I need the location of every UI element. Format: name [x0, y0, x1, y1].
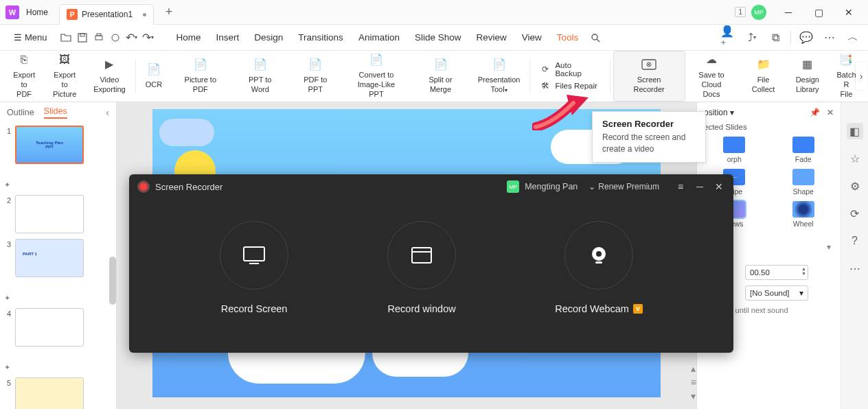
thumb-number: 1 [4, 126, 11, 135]
renew-premium-button[interactable]: Renew Premium [589, 182, 659, 191]
save-icon[interactable] [76, 32, 89, 44]
preview-icon[interactable] [109, 32, 122, 44]
ribbon-imagelikeppt[interactable]: 📄Convert to Image-Like PPT [343, 51, 411, 102]
sidebar-sliders-icon[interactable]: ⚙ [847, 178, 863, 194]
record-webcam-option[interactable]: Record WebcamV [555, 221, 643, 314]
next-slide-icon[interactable]: ▾ [691, 390, 696, 401]
slide-thumb-4[interactable] [15, 308, 84, 347]
pin-icon[interactable]: 📌 [810, 108, 820, 117]
titlebar: W Home P Presentation1 + 1 MP ─ ▢ ✕ [0, 0, 868, 25]
screen-recorder-dialog: Screen Recorder MP Mengting Pan Renew Pr… [129, 174, 733, 353]
nav-slideshow[interactable]: Slide Show [413, 32, 463, 43]
record-screen-option[interactable]: Record Screen [220, 221, 288, 314]
sidebar-star-icon[interactable]: ☆ [847, 150, 863, 167]
print-icon[interactable] [93, 32, 105, 44]
ribbon-export-pdf[interactable]: ⎘Export to PDF [5, 51, 43, 102]
slide-thumb-2[interactable] [15, 195, 84, 233]
recorder-logo-icon [137, 180, 150, 193]
minimize-button[interactable]: ─ [775, 2, 802, 23]
ribbon-export-picture[interactable]: 🖼Export to Picture [43, 51, 87, 102]
scrollbar-thumb[interactable] [109, 257, 116, 305]
transition-shape[interactable]: Shape [773, 169, 834, 196]
transition-morph[interactable]: orph [704, 137, 765, 163]
search-icon[interactable] [589, 32, 602, 44]
chat-icon[interactable]: 💬 [798, 30, 814, 46]
nav-home[interactable]: Home [175, 32, 203, 43]
ribbon-video-export[interactable]: ▶Video Exporting [87, 51, 132, 102]
nav-review[interactable]: Review [475, 32, 507, 43]
sidebar-history-icon[interactable]: ⟳ [847, 205, 863, 222]
imglike-icon: 📄 [368, 54, 385, 67]
svg-rect-11 [412, 248, 431, 263]
nav-view[interactable]: View [521, 32, 543, 43]
tab-slides[interactable]: Slides [44, 106, 67, 119]
tab-home[interactable]: Home [23, 0, 59, 24]
window-arrange-icon[interactable]: ⧉ [767, 30, 784, 46]
ribbon-cloud-docs[interactable]: ☁Save to Cloud Docs [685, 51, 738, 102]
sidebar-help-icon[interactable]: ? [847, 233, 863, 249]
ribbon-screen-recorder[interactable]: Screen Recorder [613, 51, 685, 102]
transition-wheel[interactable]: Wheel [773, 201, 834, 228]
export-picture-icon: 🖼 [56, 54, 73, 67]
nav-design[interactable]: Design [253, 32, 284, 43]
sidebar-more-icon[interactable]: ⋯ [847, 260, 863, 277]
chevron-down-icon: ▾ [799, 288, 803, 298]
hamburger-icon: ☰ [14, 32, 22, 43]
undo-icon[interactable]: ↶▾ [126, 32, 138, 44]
nav-tools[interactable]: Tools [556, 32, 580, 43]
canvas-nav: ▴ ≡ ▾ [691, 363, 696, 401]
recorder-menu-icon[interactable]: ≡ [674, 181, 687, 192]
speed-input[interactable]: 00.50▲▼ [745, 265, 808, 280]
slide-thumbnails: 1 ✦ 2 3PART 1 ✦ 4 ✦ 5 ✦ 6PART 2 [0, 123, 116, 409]
user-avatar[interactable]: MP [751, 5, 766, 20]
close-pane-icon[interactable]: ✕ [827, 108, 834, 117]
pane-mode-partial[interactable]: osition ▾ [704, 108, 734, 117]
animation-star-icon: ✦ [4, 348, 11, 372]
doc-title: Presentation1 [82, 10, 133, 19]
recorder-minimize-button[interactable]: ─ [694, 181, 706, 192]
ribbon-splitmerge[interactable]: 📄Split or Merge [410, 51, 470, 102]
svg-point-5 [592, 34, 597, 40]
ribbon-ocr[interactable]: 📄OCR [139, 51, 169, 102]
open-folder-icon[interactable] [60, 32, 72, 44]
svg-rect-0 [78, 34, 87, 42]
ribbon-scroll-right[interactable]: › [856, 62, 867, 90]
cloud-icon: ☁ [703, 54, 720, 67]
add-tab-button[interactable]: + [159, 3, 179, 22]
sidebar-object-icon[interactable]: ◧ [847, 123, 863, 139]
prev-slide-icon[interactable]: ▴ [691, 363, 696, 374]
slide-thumb-5[interactable] [15, 377, 84, 409]
more-icon[interactable]: ⋯ [821, 30, 838, 46]
tooltip-screen-recorder: Screen Recorder Record the screen and cr… [592, 111, 706, 163]
nav-animation[interactable]: Animation [357, 32, 401, 43]
ribbon-file-collect[interactable]: 📁File Collect [738, 51, 788, 102]
slide-thumb-1[interactable] [15, 126, 84, 164]
transition-fade[interactable]: Fade [773, 137, 834, 163]
share-icon[interactable]: ⤴▾ [744, 30, 760, 46]
ribbon-presentation-tool[interactable]: 📄Presentation Tool▾ [471, 51, 527, 102]
redo-icon[interactable]: ↷▾ [142, 32, 155, 44]
chevron-left-icon[interactable]: ‹ [106, 107, 109, 118]
nav-insert[interactable]: Insert [215, 32, 241, 43]
nav-transitions[interactable]: Transitions [297, 32, 345, 43]
slides-list-icon[interactable]: ≡ [691, 377, 696, 388]
ribbon-pic2pdf[interactable]: 📄Picture to PDF [169, 51, 231, 102]
maximize-button[interactable]: ▢ [805, 2, 832, 23]
ribbon-pdf2ppt[interactable]: 📄PDF to PPT [288, 51, 343, 102]
close-button[interactable]: ✕ [835, 2, 863, 23]
svg-line-6 [597, 39, 599, 42]
selected-slides-label: ected Slides [704, 123, 834, 131]
ribbon-design-library[interactable]: ▦Design Library [789, 51, 826, 102]
ribbon-auto-backup[interactable]: ⟳Auto Backup [540, 61, 599, 78]
slide-thumb-3[interactable]: PART 1 [15, 239, 84, 277]
menu-button[interactable]: ☰ Menu [7, 30, 54, 45]
ribbon-ppt2word[interactable]: 📄PPT to Word [232, 51, 288, 102]
share-user-icon[interactable]: 👤⁺ [720, 30, 737, 46]
tab-outline[interactable]: Outline [7, 108, 34, 117]
tab-document[interactable]: P Presentation1 [59, 4, 154, 25]
recorder-close-button[interactable]: ✕ [713, 181, 725, 192]
record-window-option[interactable]: Record window [387, 221, 456, 314]
sound-select[interactable]: [No Sound]▾ [745, 285, 808, 301]
ribbon-backup-repair: ⟳Auto Backup 🛠Files Repair [533, 61, 606, 91]
collapse-ribbon-icon[interactable]: ︿ [845, 30, 861, 46]
